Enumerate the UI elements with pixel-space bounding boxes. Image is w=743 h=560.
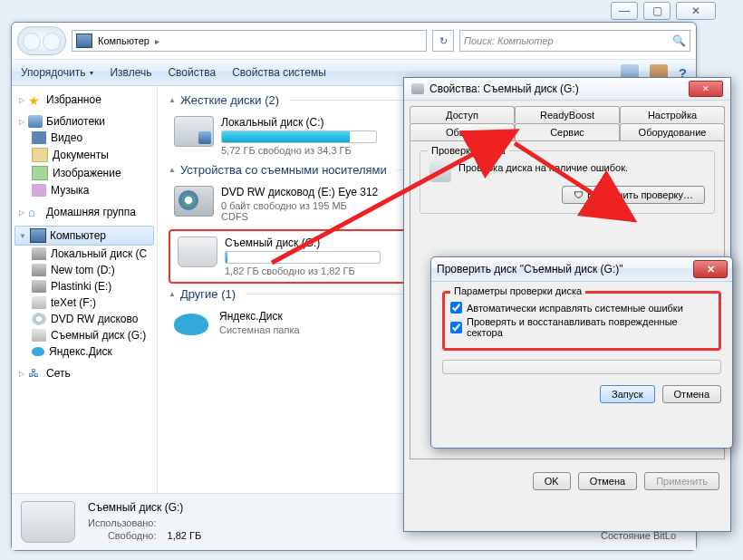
yandex-disk-icon: [174, 310, 212, 339]
used-label: Использовано:: [88, 517, 157, 528]
cancel-button[interactable]: Отмена: [662, 385, 721, 403]
sidebar-item-video[interactable]: Видео: [12, 130, 157, 146]
sidebar-computer[interactable]: ▼Компьютер: [14, 226, 154, 246]
close-icon[interactable]: ✕: [693, 260, 728, 278]
fieldset-legend: Параметры проверки диска: [450, 285, 585, 296]
address-text: Компьютер: [98, 35, 150, 46]
computer-icon: [76, 34, 92, 48]
minimize-button[interactable]: —: [611, 2, 638, 20]
sidebar-item-e[interactable]: Plastinki (E:): [12, 278, 157, 294]
dialog-buttons: OK Отмена Применить: [404, 465, 730, 497]
usage-bar: [221, 130, 377, 143]
sidebar-favorites[interactable]: ▷★Избранное: [12, 92, 157, 108]
usage-bar: [225, 251, 381, 264]
sidebar-item-c[interactable]: Локальный диск (C: [12, 246, 157, 262]
sidebar-item-yandex[interactable]: Яндекс.Диск: [12, 343, 157, 360]
system-properties-button[interactable]: Свойства системы: [232, 66, 326, 79]
sidebar-item-d[interactable]: New tom (D:): [12, 262, 157, 278]
check-disk-dialog: Проверить диск "Съемный диск (G:)" ✕ Пар…: [430, 256, 733, 449]
start-button[interactable]: Запуск: [600, 385, 654, 403]
nav-sidebar: ▷★Избранное ▷Библиотеки Видео Документы …: [12, 86, 158, 493]
cancel-button[interactable]: Отмена: [578, 472, 637, 490]
bitlocker-label: Состояние BitLo: [589, 530, 676, 543]
search-input[interactable]: Поиск: Компьютер: [459, 30, 690, 52]
chevron-right-icon: ▸: [155, 36, 159, 46]
address-bar: Компьютер ▸ ↻ Поиск: Компьютер: [12, 23, 696, 59]
tab-strip: Доступ ReadyBoost Настройка Общие Сервис…: [404, 101, 730, 140]
tab-tools[interactable]: Сервис: [515, 123, 620, 140]
sidebar-libraries[interactable]: ▷Библиотеки: [12, 113, 157, 130]
progress-bar: [442, 360, 721, 374]
free-label: Свободно:: [88, 530, 157, 541]
check-disk-section: Проверка диска Проверка диска на наличие…: [420, 150, 715, 214]
sidebar-item-music[interactable]: Музыка: [12, 182, 157, 198]
dialog-title-bar[interactable]: Свойства: Съемный диск (G:) ✕: [404, 78, 730, 101]
status-drive-icon: [21, 501, 75, 543]
usb-icon: [178, 237, 217, 267]
tab-access[interactable]: Доступ: [410, 106, 515, 123]
tab-general[interactable]: Общие: [410, 123, 515, 140]
dialog-title-bar[interactable]: Проверить диск "Съемный диск (G:)" ✕: [431, 257, 732, 282]
dialog-title: Свойства: Съемный диск (G:): [429, 82, 579, 95]
auto-fix-checkbox[interactable]: Автоматически исправлять системные ошибк…: [450, 302, 713, 314]
sidebar-item-f[interactable]: teXet (F:): [12, 294, 157, 311]
status-title: Съемный диск (G:): [88, 501, 201, 514]
dvd-icon: [174, 186, 214, 217]
dialog-title: Проверить диск "Съемный диск (G:)": [437, 263, 622, 275]
apply-button[interactable]: Применить: [644, 472, 719, 490]
run-check-button[interactable]: Выполнить проверку…: [562, 186, 705, 204]
refresh-button[interactable]: ↻: [432, 30, 454, 52]
ok-button[interactable]: OK: [533, 472, 571, 490]
window-buttons: — ▢ ✕: [611, 2, 716, 20]
extract-button[interactable]: Извлечь: [110, 66, 151, 79]
check-options-fieldset: Параметры проверки диска Автоматически и…: [442, 291, 721, 351]
sidebar-homegroup[interactable]: ▷⌂Домашняя группа: [12, 204, 157, 220]
recover-sectors-checkbox[interactable]: Проверять и восстанавливать поврежденные…: [450, 316, 713, 338]
address-field[interactable]: Компьютер ▸: [72, 30, 427, 52]
sidebar-item-dvd[interactable]: DVD RW дисково: [12, 311, 157, 327]
organize-menu[interactable]: Упорядочить: [21, 66, 93, 79]
close-icon[interactable]: ✕: [689, 81, 723, 97]
sidebar-network[interactable]: ▷🖧Сеть: [12, 365, 157, 381]
sidebar-item-g[interactable]: Съемный диск (G:): [12, 327, 157, 343]
maximize-button[interactable]: ▢: [643, 2, 671, 20]
nav-back-forward[interactable]: [17, 26, 66, 55]
drive-icon: [411, 83, 424, 94]
hdd-icon: [174, 116, 214, 147]
section-legend: Проверка диска: [428, 145, 509, 156]
sidebar-item-documents[interactable]: Документы: [12, 146, 157, 164]
tab-readyboost[interactable]: ReadyBoost: [515, 106, 620, 123]
tab-hardware[interactable]: Оборудование: [620, 123, 725, 140]
sidebar-item-images[interactable]: Изображение: [12, 164, 157, 182]
properties-button[interactable]: Свойства: [168, 66, 216, 79]
check-disk-icon: [429, 160, 451, 182]
tab-customize[interactable]: Настройка: [620, 106, 725, 123]
close-button[interactable]: ✕: [676, 2, 716, 20]
section-desc: Проверка диска на наличие ошибок.: [429, 162, 705, 173]
